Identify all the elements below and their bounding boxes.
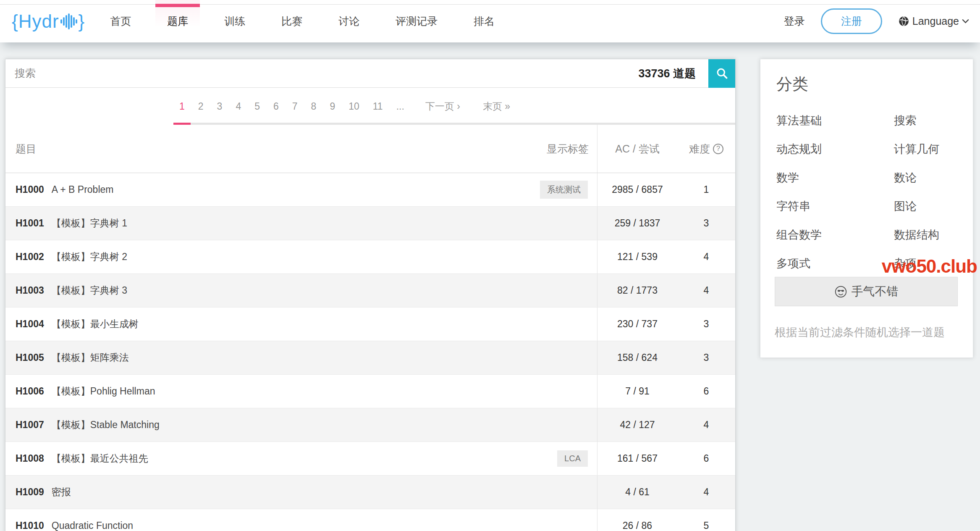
- ac-attempt-value: 26 / 86: [597, 509, 677, 531]
- difficulty-value: 3: [677, 308, 735, 341]
- column-difficulty-label: 难度: [689, 142, 710, 156]
- ac-attempt-value: 42 / 127: [597, 408, 677, 442]
- problem-title-link[interactable]: 【模板】Pohlig Hellman: [52, 385, 155, 398]
- problem-tag-badge: 系统测试: [540, 181, 588, 199]
- nav-tab-4[interactable]: 讨论: [327, 0, 371, 42]
- page-11[interactable]: 11: [366, 88, 390, 125]
- page-4[interactable]: 4: [229, 88, 248, 125]
- ac-attempt-value: 161 / 567: [597, 442, 677, 475]
- difficulty-value: 1: [677, 173, 735, 206]
- difficulty-value: 4: [677, 408, 735, 442]
- language-menu[interactable]: Language: [898, 15, 969, 27]
- category-数学[interactable]: 数学: [776, 170, 894, 185]
- column-title-label: 题目: [16, 142, 37, 156]
- nav-tab-5[interactable]: 评测记录: [384, 0, 449, 42]
- feeling-lucky-label: 手气不错: [852, 284, 899, 300]
- ac-attempt-value: 7 / 91: [597, 375, 677, 408]
- problem-title-cell: H1006【模板】Pohlig Hellman: [5, 375, 597, 408]
- problem-row-H1009[interactable]: H1009密报4 / 614: [5, 476, 735, 509]
- category-多项式[interactable]: 多项式: [776, 256, 894, 271]
- search-input[interactable]: [5, 59, 638, 87]
- problem-title-link[interactable]: Quadratic Function: [52, 520, 133, 531]
- page-2[interactable]: 2: [191, 88, 210, 125]
- category-计算几何[interactable]: 计算几何: [894, 142, 960, 157]
- page-7[interactable]: 7: [286, 88, 304, 125]
- problem-title-link[interactable]: 密报: [52, 486, 71, 499]
- category-图论[interactable]: 图论: [894, 199, 960, 214]
- problem-row-H1008[interactable]: H1008【模板】最近公共祖先LCA161 / 5676: [5, 442, 735, 476]
- problem-title-cell: H1008【模板】最近公共祖先LCA: [5, 442, 597, 475]
- difficulty-value: 6: [677, 442, 735, 475]
- difficulty-value: 4: [677, 240, 735, 273]
- problem-title-link[interactable]: 【模板】字典树 3: [52, 284, 127, 297]
- category-动态规划[interactable]: 动态规划: [776, 142, 894, 157]
- page-10[interactable]: 10: [342, 88, 366, 125]
- problem-title-link[interactable]: 【模板】矩阵乘法: [52, 351, 129, 364]
- problem-row-H1006[interactable]: H1006【模板】Pohlig Hellman7 / 916: [5, 375, 735, 408]
- problem-id: H1004: [16, 318, 44, 330]
- page-8[interactable]: 8: [304, 88, 323, 125]
- problem-title-link[interactable]: 【模板】字典树 1: [52, 217, 127, 230]
- problem-row-H1000[interactable]: H1000A + B Problem系统测试2985 / 68571: [5, 173, 735, 207]
- hydro-logo[interactable]: {Hydr }: [12, 12, 85, 31]
- difficulty-help-icon[interactable]: ?: [713, 144, 723, 154]
- page-1[interactable]: 1: [173, 88, 191, 125]
- problem-title-link[interactable]: 【模板】最近公共祖先: [52, 452, 148, 465]
- logo-text-prefix: {Hydr: [12, 12, 59, 31]
- search-button[interactable]: [708, 59, 735, 88]
- problem-row-H1004[interactable]: H1004【模板】最小生成树230 / 7373: [5, 308, 735, 341]
- table-header: 题目 显示标签 AC / 尝试 难度 ?: [5, 125, 735, 173]
- page-6[interactable]: 6: [267, 88, 286, 125]
- category-字符串[interactable]: 字符串: [776, 199, 894, 214]
- problem-row-H1007[interactable]: H1007【模板】Stable Matching42 / 1274: [5, 408, 735, 442]
- problem-title-link[interactable]: 【模板】Stable Matching: [52, 418, 160, 431]
- problem-title-link[interactable]: A + B Problem: [52, 184, 114, 195]
- problem-title-link[interactable]: 【模板】字典树 2: [52, 250, 127, 263]
- category-数论[interactable]: 数论: [894, 170, 960, 185]
- category-panel: 分类 算法基础搜索动态规划计算几何数学数论字符串图论组合数学数据结构多项式杂项 …: [760, 59, 973, 358]
- nav-tab-1[interactable]: 题库: [155, 0, 200, 42]
- problem-row-H1003[interactable]: H1003【模板】字典树 382 / 17734: [5, 274, 735, 308]
- search-icon: [715, 67, 728, 80]
- feeling-lucky-hint: 根据当前过滤条件随机选择一道题: [775, 325, 964, 340]
- feeling-lucky-button[interactable]: 手气不错: [775, 277, 958, 306]
- category-title: 分类: [776, 74, 808, 95]
- category-算法基础[interactable]: 算法基础: [776, 113, 894, 128]
- ac-attempt-value: 82 / 1773: [597, 274, 677, 307]
- nav-tab-0[interactable]: 首页: [98, 0, 143, 42]
- problem-row-H1010[interactable]: H1010Quadratic Function26 / 865: [5, 509, 735, 531]
- problem-tag-badge: LCA: [557, 450, 588, 467]
- show-tags-toggle[interactable]: 显示标签: [547, 142, 589, 156]
- last-page-link[interactable]: 末页 »: [474, 88, 519, 125]
- page-3[interactable]: 3: [210, 88, 229, 125]
- nav-tab-3[interactable]: 比赛: [270, 0, 314, 42]
- nav-tab-2[interactable]: 训练: [212, 0, 257, 42]
- column-ac-label: AC / 尝试: [597, 125, 677, 173]
- header-right: 登录 注册 Language: [784, 8, 980, 34]
- problem-list-panel: 33736 道题 1234567891011...下一页 ›末页 » 题目 显示…: [5, 59, 736, 531]
- problem-id: H1006: [16, 386, 44, 397]
- problem-id: H1003: [16, 285, 44, 296]
- problem-row-H1005[interactable]: H1005【模板】矩阵乘法158 / 6243: [5, 341, 735, 375]
- problem-id: H1008: [16, 453, 44, 464]
- chevron-down-icon: [962, 19, 969, 24]
- difficulty-value: 3: [677, 341, 735, 374]
- problem-title-cell: H1000A + B Problem系统测试: [5, 173, 597, 206]
- problem-row-H1002[interactable]: H1002【模板】字典树 2121 / 5394: [5, 240, 735, 274]
- problem-title-link[interactable]: 【模板】最小生成树: [52, 318, 139, 331]
- category-搜索[interactable]: 搜索: [894, 113, 960, 128]
- difficulty-value: 3: [677, 207, 735, 240]
- login-link[interactable]: 登录: [784, 14, 805, 28]
- problem-id: H1009: [16, 486, 44, 498]
- page-9[interactable]: 9: [323, 88, 342, 125]
- next-page-link[interactable]: 下一页 ›: [417, 88, 469, 125]
- ac-attempt-value: 230 / 737: [597, 308, 677, 341]
- category-组合数学[interactable]: 组合数学: [776, 227, 894, 242]
- register-button[interactable]: 注册: [821, 8, 882, 34]
- nav-tab-6[interactable]: 排名: [462, 0, 506, 42]
- problem-row-H1001[interactable]: H1001【模板】字典树 1259 / 18373: [5, 207, 735, 240]
- problem-title-cell: H1009密报: [5, 476, 597, 509]
- ac-attempt-value: 158 / 624: [597, 341, 677, 374]
- category-数据结构[interactable]: 数据结构: [894, 227, 960, 242]
- page-5[interactable]: 5: [248, 88, 267, 125]
